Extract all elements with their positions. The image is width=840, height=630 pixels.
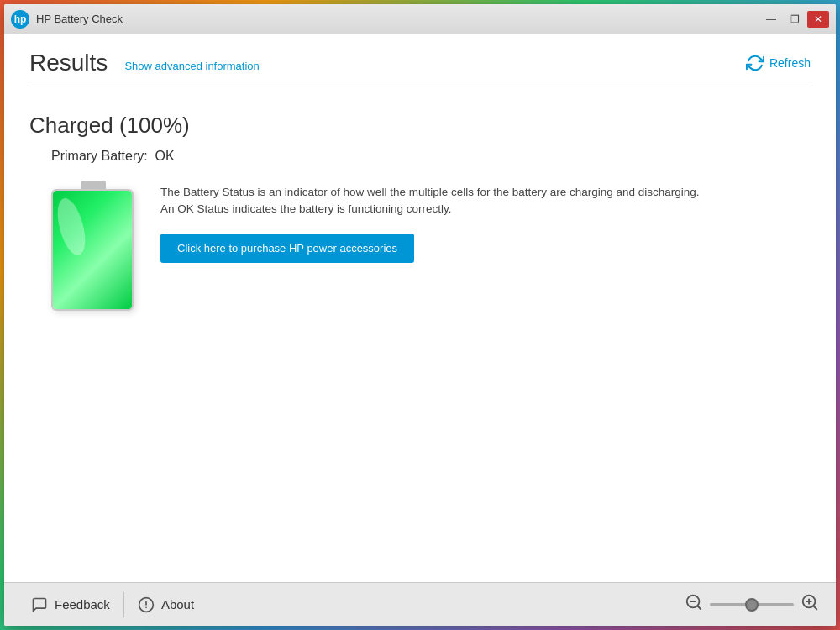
svg-line-7 — [813, 606, 816, 609]
hp-logo: hp — [11, 10, 29, 29]
refresh-label: Refresh — [769, 56, 811, 70]
zoom-in-icon[interactable] — [801, 593, 819, 616]
title-bar: hp HP Battery Check — ❐ ✕ — [4, 4, 836, 34]
zoom-out-icon[interactable] — [685, 593, 703, 616]
about-icon — [138, 596, 155, 613]
battery-description-line1: The Battery Status is an indicator of ho… — [160, 184, 811, 218]
feedback-label: Feedback — [55, 597, 110, 612]
about-label: About — [161, 597, 194, 612]
feedback-icon — [31, 596, 48, 613]
footer: Feedback About — [4, 582, 836, 626]
main-window: hp HP Battery Check — ❐ ✕ Results Show a… — [4, 4, 836, 626]
about-button[interactable]: About — [128, 591, 204, 618]
close-button[interactable]: ✕ — [807, 11, 829, 28]
main-content: Charged (100%) Primary Battery: OK — [4, 87, 836, 582]
purchase-button[interactable]: Click here to purchase HP power accessor… — [160, 234, 414, 263]
feedback-button[interactable]: Feedback — [21, 591, 120, 618]
minimize-button[interactable]: — — [760, 11, 782, 28]
battery-icon-container — [51, 181, 135, 311]
battery-top — [81, 181, 106, 189]
refresh-icon — [746, 54, 764, 72]
maximize-button[interactable]: ❐ — [784, 11, 806, 28]
content-area: Results Show advanced information Refres… — [4, 34, 836, 582]
refresh-button[interactable]: Refresh — [746, 54, 811, 72]
page-header: Results Show advanced information Refres… — [4, 34, 836, 76]
battery-description: The Battery Status is an indicator of ho… — [160, 181, 811, 263]
battery-body — [51, 189, 134, 311]
page-title: Results — [29, 50, 108, 76]
footer-right — [685, 593, 819, 616]
window-title: HP Battery Check — [36, 13, 760, 25]
show-advanced-link[interactable]: Show advanced information — [124, 60, 259, 72]
footer-divider — [123, 592, 124, 617]
svg-line-4 — [697, 606, 701, 609]
zoom-slider[interactable] — [710, 603, 794, 606]
primary-battery-label: Primary Battery: OK — [51, 149, 811, 164]
battery-info-row: The Battery Status is an indicator of ho… — [51, 181, 811, 311]
window-controls: — ❐ ✕ — [760, 11, 829, 28]
status-title: Charged (100%) — [29, 113, 811, 139]
battery-status-value: OK — [155, 149, 175, 163]
